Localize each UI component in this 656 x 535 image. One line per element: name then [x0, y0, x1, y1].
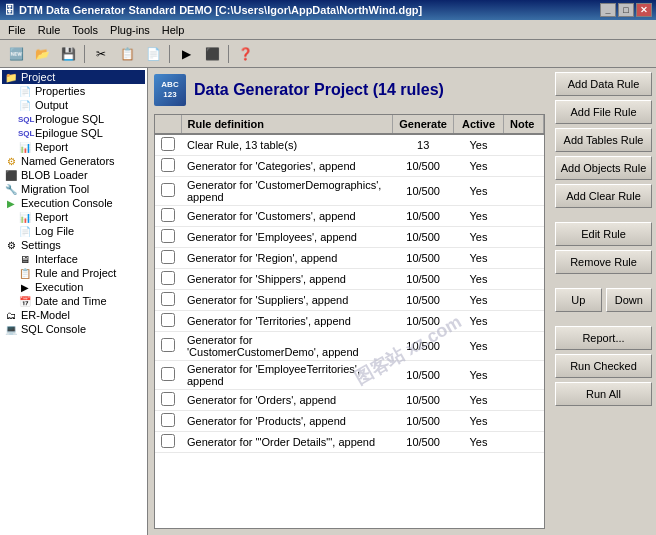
sidebar-item-sql-console[interactable]: 💻 SQL Console	[2, 322, 145, 336]
menu-tools[interactable]: Tools	[66, 22, 104, 38]
add-data-rule-button[interactable]: Add Data Rule	[555, 72, 652, 96]
table-row: Generator for 'Shippers', append 10/500 …	[155, 269, 544, 290]
row-checkbox-9[interactable]	[161, 338, 175, 352]
project-title: Data Generator Project (14 rules)	[194, 81, 444, 99]
row-definition: Generator for 'Customers', append	[181, 206, 393, 227]
new-button[interactable]: 🆕	[4, 43, 28, 65]
row-checkbox-6[interactable]	[161, 271, 175, 285]
sidebar-item-execution-console[interactable]: ▶ Execution Console	[2, 196, 145, 210]
report-button[interactable]: Report...	[555, 326, 652, 350]
row-checkbox-3[interactable]	[161, 208, 175, 222]
sidebar-item-report2[interactable]: 📊 Report	[2, 210, 145, 224]
row-checkbox-5[interactable]	[161, 250, 175, 264]
rules-table-body: Clear Rule, 13 table(s) 13 Yes Generator…	[155, 134, 544, 453]
row-generate: 13	[393, 134, 454, 156]
row-checkbox-7[interactable]	[161, 292, 175, 306]
table-header-row: Rule definition Generate Active Note	[155, 115, 544, 134]
open-button[interactable]: 📂	[30, 43, 54, 65]
sidebar-item-output[interactable]: 📄 Output	[2, 98, 145, 112]
table-row: Generator for 'Region', append 10/500 Ye…	[155, 248, 544, 269]
add-clear-rule-button[interactable]: Add Clear Rule	[555, 184, 652, 208]
row-active: Yes	[454, 332, 504, 361]
row-checkbox-10[interactable]	[161, 367, 175, 381]
menu-rule[interactable]: Rule	[32, 22, 67, 38]
sidebar-item-interface[interactable]: 🖥 Interface	[2, 252, 145, 266]
row-active: Yes	[454, 361, 504, 390]
sidebar-item-log-file[interactable]: 📄 Log File	[2, 224, 145, 238]
sidebar-item-epilogue-sql[interactable]: SQL Epilogue SQL	[2, 126, 145, 140]
row-checkbox-cell	[155, 177, 181, 206]
menu-plugins[interactable]: Plug-ins	[104, 22, 156, 38]
row-checkbox-2[interactable]	[161, 183, 175, 197]
close-button[interactable]: ✕	[636, 3, 652, 17]
sidebar-item-report[interactable]: 📊 Report	[2, 140, 145, 154]
row-definition: Generator for '"Order Details"', append	[181, 432, 393, 453]
panel-separator-2	[555, 278, 652, 284]
project-header: ABC123 Data Generator Project (14 rules)	[154, 74, 545, 106]
sidebar-item-properties[interactable]: 📄 Properties	[2, 84, 145, 98]
row-definition: Generator for 'Shippers', append	[181, 269, 393, 290]
up-down-row: Up Down	[555, 288, 652, 312]
sidebar-item-project[interactable]: 📁 Project	[2, 70, 145, 84]
help-button[interactable]: ❓	[233, 43, 257, 65]
toolbar: 🆕 📂 💾 ✂ 📋 📄 ▶ ⬛ ❓	[0, 40, 656, 68]
project-icon: ABC123	[154, 74, 186, 106]
sidebar-label-project: Project	[21, 71, 55, 83]
run-checked-button[interactable]: Run Checked	[555, 354, 652, 378]
sidebar-item-blob-loader[interactable]: ⬛ BLOB Loader	[2, 168, 145, 182]
sidebar-item-date-time[interactable]: 📅 Date and Time	[2, 294, 145, 308]
row-checkbox-1[interactable]	[161, 158, 175, 172]
sidebar-item-prologue-sql[interactable]: SQL Prologue SQL	[2, 112, 145, 126]
sidebar-item-migration-tool[interactable]: 🔧 Migration Tool	[2, 182, 145, 196]
sidebar-item-er-model[interactable]: 🗂 ER-Model	[2, 308, 145, 322]
sidebar-item-rule-and-project[interactable]: 📋 Rule and Project	[2, 266, 145, 280]
cut-button[interactable]: ✂	[89, 43, 113, 65]
add-objects-rule-button[interactable]: Add Objects Rule	[555, 156, 652, 180]
save-button[interactable]: 💾	[56, 43, 80, 65]
row-definition: Generator for 'Orders', append	[181, 390, 393, 411]
sidebar-label-log-file: Log File	[35, 225, 74, 237]
table-row: Generator for 'Territories', append 10/5…	[155, 311, 544, 332]
row-checkbox-0[interactable]	[161, 137, 175, 151]
edit-rule-button[interactable]: Edit Rule	[555, 222, 652, 246]
remove-rule-button[interactable]: Remove Rule	[555, 250, 652, 274]
row-definition: Generator for 'Suppliers', append	[181, 290, 393, 311]
row-checkbox-11[interactable]	[161, 392, 175, 406]
row-generate: 10/500	[393, 390, 454, 411]
sidebar-item-settings[interactable]: ⚙ Settings	[2, 238, 145, 252]
row-checkbox-12[interactable]	[161, 413, 175, 427]
row-checkbox-8[interactable]	[161, 313, 175, 327]
sidebar-item-named-generators[interactable]: ⚙ Named Generators	[2, 154, 145, 168]
toolbar-separator-2	[169, 45, 170, 63]
copy-button[interactable]: 📋	[115, 43, 139, 65]
sidebar-label-prologue-sql: Prologue SQL	[35, 113, 104, 125]
table-row: Generator for 'Products', append 10/500 …	[155, 411, 544, 432]
execution-icon: ▶	[18, 282, 32, 293]
up-button[interactable]: Up	[555, 288, 602, 312]
down-button[interactable]: Down	[606, 288, 653, 312]
row-checkbox-cell	[155, 311, 181, 332]
folder-icon: 📁	[4, 72, 18, 83]
paste-button[interactable]: 📄	[141, 43, 165, 65]
minimize-button[interactable]: _	[600, 3, 616, 17]
settings-icon: ⚙	[4, 240, 18, 251]
stop-button[interactable]: ⬛	[200, 43, 224, 65]
sidebar-item-execution[interactable]: ▶ Execution	[2, 280, 145, 294]
run-all-button[interactable]: Run All	[555, 382, 652, 406]
run-button[interactable]: ▶	[174, 43, 198, 65]
sidebar-label-report: Report	[35, 141, 68, 153]
row-checkbox-cell	[155, 390, 181, 411]
maximize-button[interactable]: □	[618, 3, 634, 17]
report2-icon: 📊	[18, 212, 32, 223]
add-tables-rule-button[interactable]: Add Tables Rule	[555, 128, 652, 152]
row-note	[504, 227, 544, 248]
row-active: Yes	[454, 411, 504, 432]
row-checkbox-13[interactable]	[161, 434, 175, 448]
row-checkbox-4[interactable]	[161, 229, 175, 243]
row-checkbox-cell	[155, 411, 181, 432]
menu-help[interactable]: Help	[156, 22, 191, 38]
menu-file[interactable]: File	[2, 22, 32, 38]
add-file-rule-button[interactable]: Add File Rule	[555, 100, 652, 124]
row-generate: 10/500	[393, 311, 454, 332]
row-active: Yes	[454, 248, 504, 269]
